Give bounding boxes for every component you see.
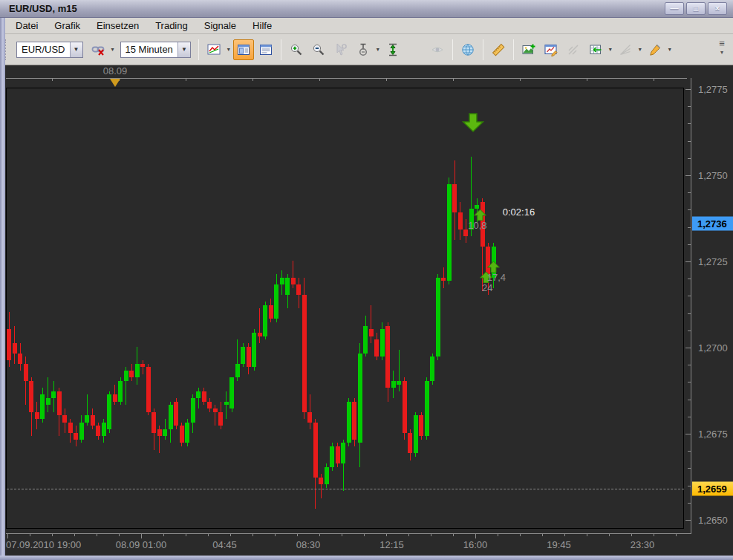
- time-tick: [431, 534, 431, 536]
- chevron-down-icon[interactable]: ▾: [109, 46, 117, 53]
- candle-body: [341, 443, 345, 463]
- menu-item-signale[interactable]: Signale: [196, 19, 244, 33]
- ruler-tick: [587, 78, 587, 81]
- chevron-down-icon[interactable]: ▾: [607, 46, 614, 53]
- chevron-down-icon[interactable]: ▼: [177, 42, 190, 57]
- time-axis[interactable]: [6, 533, 691, 534]
- day-marker-label: 08.09: [103, 65, 128, 76]
- price-axis-label: 1,2725: [698, 256, 728, 267]
- price-tick: [688, 279, 691, 279]
- candle-body: [7, 329, 11, 360]
- candle-body: [269, 305, 273, 319]
- chevron-down-icon[interactable]: ▾: [636, 46, 644, 53]
- pitchfork-icon: [567, 43, 580, 56]
- price-axis[interactable]: [691, 78, 691, 534]
- unlink-profiles-button[interactable]: [88, 39, 108, 60]
- level-price-tag: 1,2659: [692, 482, 733, 496]
- menu-item-hilfe[interactable]: Hilfe: [244, 19, 280, 33]
- candle-body: [62, 415, 67, 422]
- auto-scale-button[interactable]: [382, 39, 403, 60]
- price-tick: [685, 89, 691, 90]
- chevron-down-icon[interactable]: ▼: [70, 42, 82, 57]
- candle-body: [124, 371, 128, 381]
- candle-body: [391, 381, 396, 388]
- candle-body: [174, 402, 178, 426]
- candle-body: [202, 391, 206, 402]
- edit-window-icon: [544, 43, 558, 56]
- time-tick: [30, 534, 30, 536]
- menu-item-trading[interactable]: Trading: [147, 19, 196, 33]
- symbol-combo[interactable]: EUR/USD▼: [16, 42, 83, 58]
- fibo-grid-button[interactable]: [585, 39, 606, 60]
- candle-body: [129, 371, 134, 377]
- time-axis-label: 08:30: [296, 539, 321, 550]
- time-tick: [520, 534, 521, 536]
- ruler-icon: [492, 43, 505, 56]
- price-tick: [688, 106, 691, 107]
- close-button[interactable]: ×: [708, 2, 727, 15]
- chart-plot[interactable]: [6, 88, 684, 529]
- quote-panel-toggle[interactable]: [233, 39, 254, 60]
- candle-body: [35, 412, 39, 419]
- toolbar-overflow-button[interactable]: ≡ ▾: [715, 40, 729, 59]
- time-tick: [342, 534, 342, 536]
- price-tick: [688, 244, 691, 245]
- ruler-button[interactable]: [488, 39, 509, 60]
- add-image-button[interactable]: [518, 39, 539, 60]
- zoom-range-icon: [356, 43, 370, 56]
- price-tick: [688, 417, 691, 417]
- chevron-down-icon[interactable]: ▾: [225, 46, 232, 53]
- candle-body: [85, 415, 89, 422]
- visibility-button[interactable]: [427, 39, 448, 60]
- menu-item-datei[interactable]: Datei: [7, 19, 46, 33]
- maximize-button[interactable]: □: [686, 2, 706, 15]
- price-axis-label: 1,2675: [698, 429, 728, 440]
- time-tick: [564, 534, 565, 536]
- candle-body: [419, 415, 423, 436]
- candle-body: [436, 278, 440, 357]
- price-tick: [688, 227, 691, 228]
- chevron-down-icon[interactable]: ▾: [666, 46, 674, 53]
- quote-panel-icon: [237, 43, 250, 56]
- chart-properties-button[interactable]: [405, 39, 426, 60]
- price-tick: [688, 158, 691, 159]
- cursor-zoom-button[interactable]: [330, 39, 351, 60]
- eye-icon: [431, 43, 444, 56]
- zoom-in-button[interactable]: [286, 39, 307, 60]
- zoom-range-button[interactable]: [353, 39, 374, 60]
- edit-template-button[interactable]: [541, 39, 561, 60]
- web-button[interactable]: [457, 39, 478, 60]
- title-bar[interactable]: EUR/USD, m15 — □ ×: [0, 0, 733, 18]
- toolbar-separator: [513, 39, 514, 60]
- minimize-button[interactable]: —: [665, 2, 684, 15]
- info-panel-toggle[interactable]: [255, 39, 276, 60]
- chart-type-button[interactable]: [203, 39, 224, 60]
- candle-body: [51, 391, 56, 398]
- period-combo[interactable]: 15 Minuten▼: [120, 42, 191, 58]
- chart-region: 08.09 1,27751,27501,27251,27001,26751,26…: [5, 65, 733, 556]
- price-tick: [685, 261, 691, 262]
- countdown-label: 0:02:16: [503, 206, 535, 218]
- candle-wick: [259, 308, 260, 342]
- candle-body: [24, 364, 28, 381]
- candle-body: [196, 391, 201, 398]
- candle-body: [163, 429, 167, 436]
- menu-item-grafik[interactable]: Grafik: [46, 19, 88, 33]
- add-image-icon: [522, 43, 535, 56]
- ruler-tick: [186, 78, 186, 81]
- fan-lines-button[interactable]: [615, 39, 636, 60]
- candle-body: [191, 398, 195, 422]
- candle-body: [235, 364, 240, 378]
- pitchfork-button[interactable]: [563, 39, 584, 60]
- time-axis-label: 19:45: [547, 539, 571, 550]
- time-tick: [186, 534, 186, 536]
- candle-body: [369, 329, 374, 336]
- zoom-out-button[interactable]: [308, 39, 329, 60]
- chevron-down-icon[interactable]: ▾: [374, 46, 382, 53]
- price-tick: [688, 192, 691, 193]
- candle-body: [96, 426, 100, 436]
- candle-body: [325, 467, 329, 484]
- draw-pencil-button[interactable]: [645, 39, 665, 60]
- price-tick: [688, 503, 691, 504]
- menu-item-einsetzen[interactable]: Einsetzen: [88, 19, 147, 33]
